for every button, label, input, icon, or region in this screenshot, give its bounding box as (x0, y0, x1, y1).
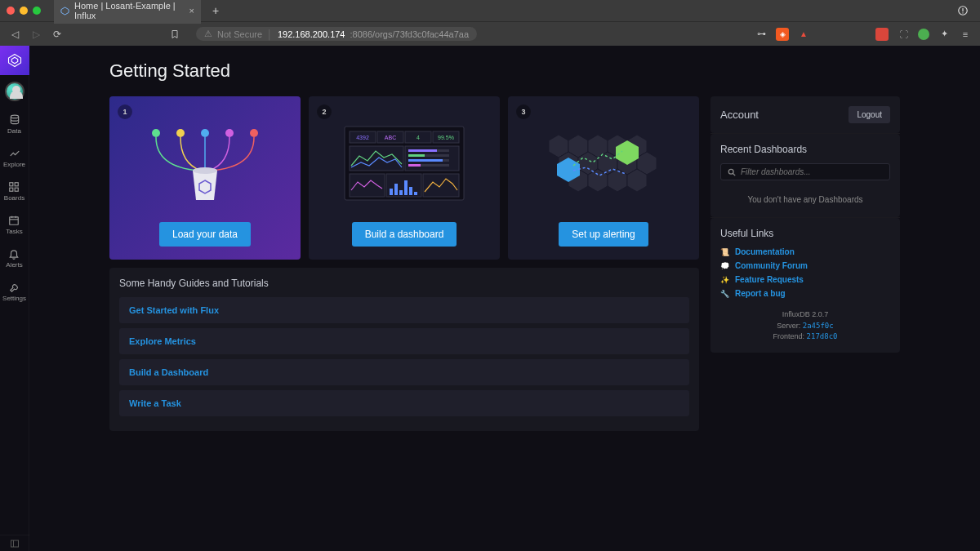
user-avatar[interactable] (5, 82, 24, 101)
browser-tab[interactable]: Home | Losant-Example | Influx × (54, 0, 201, 24)
card-number-badge: 2 (317, 104, 332, 119)
extension-red-icon[interactable] (875, 28, 889, 41)
sidebar-label: Alerts (6, 261, 22, 269)
svg-point-22 (193, 167, 217, 174)
svg-point-20 (225, 129, 234, 137)
link-label: Feature Requests (735, 275, 804, 284)
svg-rect-34 (408, 154, 425, 157)
svg-rect-9 (10, 188, 13, 191)
sidebar-label: Data (7, 127, 21, 135)
expand-icon[interactable]: ⛶ (897, 28, 910, 41)
shield-icon[interactable]: ◈ (776, 28, 789, 41)
insecure-warning-icon: ⚠ (204, 29, 212, 39)
window-controls (7, 7, 41, 15)
link-documentation[interactable]: 📜 Documentation (720, 247, 890, 256)
useful-links-panel: Useful Links 📜 Documentation 💭 Community… (710, 218, 900, 353)
browser-menu-icon[interactable]: ≡ (959, 28, 972, 41)
sidebar-item-settings[interactable]: Settings (2, 282, 26, 302)
url-security-text: Not Secure (217, 29, 262, 39)
influx-favicon-icon (60, 6, 69, 16)
guide-item-dashboard[interactable]: Build a Dashboard (119, 359, 689, 385)
sparkle-icon: ✨ (720, 276, 730, 284)
browser-right-icons: ⊶ ◈ ▲ ⛶ ✦ ≡ (755, 28, 972, 41)
main-content: Getting Started 1 (29, 46, 980, 551)
sidebar-label: Settings (2, 295, 26, 302)
product-version: InfluxDB 2.0.7 (720, 309, 890, 321)
influx-logo[interactable] (0, 46, 29, 75)
link-report-bug[interactable]: 🔧 Report a bug (720, 289, 890, 298)
back-button[interactable]: ◁ (8, 29, 21, 40)
card-build-dashboard: 2 4392 ABC 4 99.5% (309, 96, 500, 260)
svg-line-65 (733, 173, 735, 176)
logout-button[interactable]: Logout (849, 106, 890, 123)
sidebar-item-tasks[interactable]: Tasks (6, 215, 22, 235)
wrench-icon (9, 282, 20, 293)
links-title: Useful Links (720, 228, 890, 239)
account-label: Account (720, 109, 759, 121)
build-dashboard-button[interactable]: Build a dashboard (352, 222, 457, 247)
svg-rect-38 (408, 164, 421, 167)
svg-rect-10 (16, 188, 19, 191)
warning-triangle-icon[interactable]: ▲ (797, 28, 810, 41)
svg-rect-44 (404, 180, 408, 195)
graph-icon (9, 148, 20, 159)
url-bar: ◁ ▷ ⟳ ⚠ Not Secure │ 192.168.200.174:808… (0, 21, 980, 46)
link-label: Community Forum (735, 261, 808, 270)
window-maximize-icon[interactable] (33, 7, 41, 15)
card-load-data: 1 (109, 96, 301, 260)
tab-close-icon[interactable]: × (189, 6, 194, 16)
svg-rect-45 (409, 187, 412, 195)
wrench-emoji-icon: 🔧 (720, 290, 730, 298)
extension-green-icon[interactable] (918, 29, 929, 40)
new-tab-button[interactable]: + (207, 4, 224, 17)
setup-alerting-button[interactable]: Set up alerting (559, 222, 648, 247)
server-label: Server: (777, 322, 803, 330)
chrome-menu-icon[interactable] (952, 5, 973, 16)
guide-item-explore[interactable]: Explore Metrics (119, 328, 689, 354)
calendar-icon (8, 215, 20, 226)
bookmark-icon[interactable] (170, 29, 180, 40)
load-data-button[interactable]: Load your data (159, 222, 251, 247)
link-label: Report a bug (735, 289, 786, 298)
key-icon[interactable]: ⊶ (755, 28, 768, 41)
sidebar-collapse-icon[interactable] (0, 535, 29, 551)
stat-a: 4392 (356, 135, 369, 140)
sidebar-label: Explore (3, 161, 25, 168)
svg-rect-8 (16, 183, 19, 186)
svg-point-18 (176, 129, 185, 137)
svg-marker-5 (11, 57, 18, 64)
card-number-badge: 1 (118, 104, 132, 119)
svg-marker-0 (61, 7, 69, 14)
bell-icon (8, 248, 20, 260)
url-field[interactable]: ⚠ Not Secure │ 192.168.200.174:8086/orgs… (196, 27, 477, 41)
window-minimize-icon[interactable] (20, 7, 28, 15)
svg-rect-42 (394, 184, 398, 195)
sidebar-item-data[interactable]: Data (7, 114, 21, 135)
sidebar-label: Tasks (6, 228, 22, 235)
sidebar-label: Boards (4, 194, 24, 202)
svg-rect-32 (408, 149, 437, 152)
svg-point-6 (11, 115, 18, 118)
forward-button[interactable]: ▷ (29, 29, 42, 40)
stat-b: ABC (385, 135, 396, 140)
guide-item-flux[interactable]: Get Started with Flux (119, 297, 689, 323)
dashboard-search[interactable] (720, 163, 890, 180)
frontend-label: Frontend: (773, 332, 807, 340)
recent-title: Recent Dashboards (720, 144, 890, 155)
scroll-icon: 📜 (720, 248, 730, 256)
window-close-icon[interactable] (7, 7, 15, 15)
link-feature-requests[interactable]: ✨ Feature Requests (720, 275, 890, 284)
url-path: :8086/orgs/73fd3c0fac44a7aa (350, 29, 470, 39)
svg-rect-7 (10, 183, 13, 186)
extensions-icon[interactable]: ✦ (938, 28, 951, 41)
reload-button[interactable]: ⟳ (51, 29, 64, 40)
dashboard-illustration: 4392 ABC 4 99.5% (317, 104, 492, 222)
guide-item-task[interactable]: Write a Task (119, 390, 689, 416)
link-community[interactable]: 💭 Community Forum (720, 261, 890, 270)
sidebar-item-boards[interactable]: Boards (4, 181, 24, 202)
account-panel: Account Logout (710, 96, 900, 133)
dashboard-search-input[interactable] (741, 167, 883, 176)
url-host: 192.168.200.174 (278, 29, 345, 39)
sidebar-item-alerts[interactable]: Alerts (6, 248, 22, 269)
sidebar-item-explore[interactable]: Explore (3, 148, 25, 168)
